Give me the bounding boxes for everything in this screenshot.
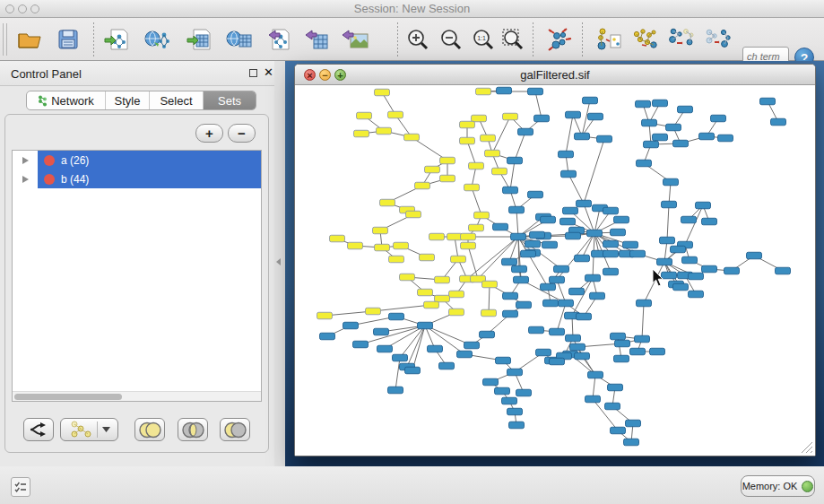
graph-node[interactable] [597,135,612,143]
graph-node-selected[interactable] [406,211,421,218]
graph-node[interactable] [563,207,578,214]
set-difference-button[interactable] [220,418,250,441]
graph-edge[interactable] [407,326,425,367]
graph-node[interactable] [603,268,619,275]
expander-cell[interactable] [13,151,38,169]
graph-node[interactable] [585,274,601,282]
graph-node[interactable] [560,218,576,225]
graph-node[interactable] [614,216,629,223]
graph-node[interactable] [630,348,646,355]
memory-status-button[interactable]: Memory: OK [741,475,815,497]
zoom-out-button[interactable] [437,25,465,54]
graph-node-selected[interactable] [388,111,403,118]
expander-cell[interactable] [13,169,38,188]
graph-node-selected[interactable] [380,199,395,206]
graph-node[interactable] [511,233,526,240]
graph-node[interactable] [566,232,581,239]
graph-edge[interactable] [667,204,669,240]
graph-node[interactable] [566,335,581,342]
set-intersection-button[interactable] [178,418,208,441]
graph-node-selected[interactable] [469,162,484,169]
graph-node[interactable] [516,301,532,308]
graph-node[interactable] [559,151,574,158]
graph-node-selected[interactable] [420,254,435,261]
graph-node-selected[interactable] [415,182,430,189]
graph-node[interactable] [760,98,776,105]
graph-node[interactable] [507,408,523,415]
graph-node[interactable] [678,106,693,113]
graph-node-selected[interactable] [317,312,333,319]
graph-node[interactable] [724,267,740,274]
graph-node[interactable] [528,88,543,95]
graph-node[interactable] [615,340,630,347]
graph-node[interactable] [530,231,545,239]
graph-node[interactable] [662,201,677,208]
network-window-titlebar[interactable]: × − + galFiltered.sif [295,65,815,85]
graph-node[interactable] [480,331,495,338]
graph-edge[interactable] [685,205,703,245]
graph-node-selected[interactable] [481,135,496,142]
graph-node[interactable] [666,124,681,131]
graph-node[interactable] [630,250,646,257]
graph-edge[interactable] [373,305,431,311]
set-row-b[interactable]: b (44) [13,169,261,188]
window-resize-grip[interactable] [801,441,813,454]
graph-edge[interactable] [568,174,584,204]
graph-node[interactable] [696,202,711,209]
export-network-button[interactable] [264,25,292,54]
graph-edge[interactable] [515,132,525,161]
graph-node[interactable] [636,100,651,108]
graph-node[interactable] [588,371,603,378]
graph-edge[interactable] [642,303,644,339]
graph-node[interactable] [577,200,592,207]
graph-node[interactable] [653,100,668,107]
graph-node[interactable] [503,310,518,317]
graph-edge[interactable] [566,115,573,154]
graph-node[interactable] [603,250,619,257]
graph-node[interactable] [603,207,619,214]
graph-node[interactable] [542,241,558,248]
save-session-button[interactable] [54,25,82,54]
graph-edge[interactable] [400,326,425,358]
graph-node[interactable] [496,357,511,364]
export-image-button[interactable] [341,25,369,54]
graph-node-selected[interactable] [394,242,409,249]
graph-node[interactable] [575,133,590,140]
graph-node[interactable] [353,341,369,348]
graph-node[interactable] [405,367,421,374]
graph-node[interactable] [507,369,523,376]
network-canvas[interactable] [295,85,815,456]
graph-node-selected[interactable] [435,295,450,302]
graph-node[interactable] [561,170,577,178]
new-network-from-selection-button[interactable] [594,25,623,54]
network-graph[interactable] [295,85,815,456]
graph-node-selected[interactable] [460,121,475,128]
graph-node[interactable] [457,351,473,358]
remove-set-button[interactable]: − [228,124,256,143]
graph-node[interactable] [541,216,556,223]
graph-node[interactable] [502,397,517,404]
graph-node[interactable] [587,230,603,237]
graph-node[interactable] [502,258,517,265]
import-network-url-button[interactable] [143,25,172,54]
graph-node[interactable] [653,134,668,141]
graph-node[interactable] [575,255,590,262]
graph-node[interactable] [682,256,698,264]
graph-node[interactable] [771,118,786,126]
graph-node-selected[interactable] [429,233,445,240]
graph-node[interactable] [664,178,679,186]
graph-node-selected[interactable] [375,89,390,96]
panel-divider[interactable] [274,61,285,466]
graph-node-selected[interactable] [469,224,484,231]
graph-node[interactable] [642,119,657,126]
graph-node-selected[interactable] [451,256,466,263]
graph-node[interactable] [776,267,791,274]
graph-node[interactable] [605,403,620,410]
graph-node-selected[interactable] [440,175,455,182]
graph-node[interactable] [541,283,556,291]
graph-node[interactable] [611,333,626,340]
graph-node[interactable] [320,333,335,340]
graph-node-selected[interactable] [461,242,476,249]
graph-node[interactable] [635,335,650,343]
tab-select[interactable]: Select [150,91,204,109]
